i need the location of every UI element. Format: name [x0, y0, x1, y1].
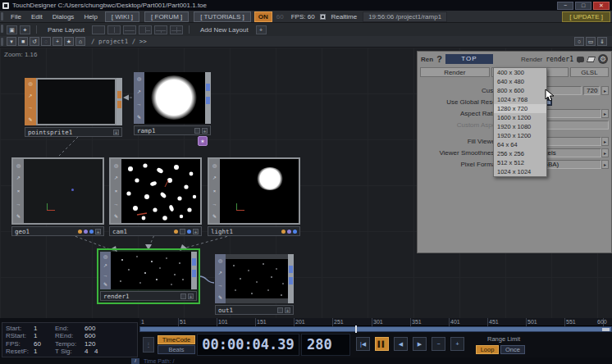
- once-button[interactable]: Once: [500, 345, 525, 354]
- node-viewer[interactable]: [24, 159, 103, 223]
- node-light1[interactable]: ◎ ↗ × → ✎ light1: [208, 157, 300, 236]
- tsig-denominator[interactable]: 4: [94, 348, 104, 355]
- viewer-flag-icon[interactable]: ◎: [114, 163, 118, 168]
- menu-item-512x512[interactable]: 512 x 512: [494, 158, 546, 167]
- pause-button[interactable]: ▌▌: [375, 337, 389, 351]
- pane-window-icon[interactable]: ▣: [7, 25, 17, 34]
- menu-item-1024x1024[interactable]: 1024 x 1024: [494, 167, 546, 176]
- fill-menu-button[interactable]: ▸: [601, 137, 609, 146]
- frame-display[interactable]: 280: [301, 334, 350, 356]
- frame-ruler[interactable]: 1 51 101 151 201 251 301 351 401 451 501…: [139, 318, 612, 326]
- sync-icon[interactable]: ○: [41, 37, 51, 46]
- menu-item-256x256[interactable]: 256 x 256: [494, 149, 546, 158]
- start-value[interactable]: 1: [34, 325, 55, 332]
- render-dot[interactable]: [174, 230, 178, 234]
- step-forward-button[interactable]: +: [450, 337, 464, 351]
- expand-parameters-button[interactable]: +: [285, 307, 290, 313]
- end-value[interactable]: 600: [84, 325, 103, 332]
- pick-flag-icon[interactable]: ✎: [218, 295, 222, 300]
- output-connector[interactable]: [206, 84, 210, 91]
- op-family-button[interactable]: TOP: [445, 54, 493, 64]
- viewer-flag-icon[interactable]: ◎: [212, 163, 217, 168]
- expand-parameters-button[interactable]: +: [202, 128, 208, 134]
- display-flag-icon[interactable]: →: [103, 273, 108, 278]
- pick-dot[interactable]: [187, 230, 191, 234]
- display-flag-icon[interactable]: →: [114, 202, 119, 207]
- menu-file[interactable]: File: [7, 13, 25, 20]
- viewer-flag-icon[interactable]: ◎: [218, 258, 222, 263]
- node-viewer[interactable]: [144, 72, 205, 124]
- menu-item-400x300[interactable]: 400 x 300: [494, 68, 546, 77]
- format-menu-button[interactable]: ▸: [601, 160, 609, 169]
- layout-preset-hsplit[interactable]: [123, 25, 136, 34]
- render-flag-icon[interactable]: ↗: [103, 263, 107, 268]
- pane-pointer-icon[interactable]: ✦: [20, 25, 30, 34]
- node-flag-column[interactable]: ◎ ↗ → ✎: [134, 72, 144, 124]
- maximize-button[interactable]: □: [575, 2, 591, 10]
- node-name-bar[interactable]: cam1 +: [109, 226, 202, 236]
- pane-maximize-icon[interactable]: ▭: [586, 37, 596, 46]
- add-icon[interactable]: +: [53, 37, 62, 46]
- menu-dialogs[interactable]: Dialogs: [48, 13, 79, 20]
- viewer-flag-icon[interactable]: ◎: [28, 81, 32, 86]
- jump-to-start-button[interactable]: |◀: [356, 337, 370, 351]
- display-flag-icon[interactable]: →: [16, 202, 21, 207]
- pathbar-grip[interactable]: [1, 38, 3, 46]
- gear-icon[interactable]: ⚙: [598, 54, 608, 64]
- render-flag-icon[interactable]: ↗: [137, 89, 141, 94]
- favorite-icon[interactable]: ★: [64, 37, 74, 46]
- render-dot[interactable]: [281, 230, 285, 234]
- layout-preset-vsplit[interactable]: [107, 25, 121, 34]
- display-flag-icon[interactable]: →: [137, 102, 142, 107]
- resetf-value[interactable]: 1: [34, 348, 55, 355]
- pane-circle-icon[interactable]: ○: [574, 37, 584, 46]
- expand-parameters-button[interactable]: +: [193, 229, 199, 234]
- tsig-numerator[interactable]: 4: [84, 348, 94, 355]
- render-flag-icon[interactable]: ↗: [28, 93, 32, 98]
- node-flag-column[interactable]: ◎ ↗ → ✎: [25, 78, 36, 125]
- bypass-flag-icon[interactable]: ×: [115, 189, 118, 193]
- time-path-root-button[interactable]: /: [131, 358, 139, 364]
- render-flag-icon[interactable]: ↗: [218, 271, 222, 275]
- collapse-icon[interactable]: ▾: [7, 37, 16, 46]
- tab-glsl[interactable]: GLSL: [570, 67, 609, 77]
- node-viewer[interactable]: [226, 254, 288, 303]
- rstart-value[interactable]: 1: [34, 332, 55, 339]
- flag-button[interactable]: [180, 229, 185, 234]
- pick-flag-icon[interactable]: ✎: [103, 282, 107, 287]
- refresh-icon[interactable]: ↺: [30, 37, 39, 46]
- node-pointsprite1[interactable]: ◎ ↗ → ✎ pointsprite1 +: [25, 78, 122, 137]
- menu-item-64x64[interactable]: 64 x 64: [494, 140, 546, 149]
- custom-res-height-field[interactable]: 720: [583, 86, 600, 95]
- op-name-field[interactable]: render1: [546, 56, 573, 63]
- node-name-bar[interactable]: geo1 +: [11, 226, 104, 236]
- tab-render[interactable]: Render: [420, 67, 490, 77]
- pick-dot[interactable]: [89, 230, 94, 234]
- playhead[interactable]: [355, 325, 357, 333]
- home-icon[interactable]: ⌂: [75, 37, 85, 46]
- expand-parameters-button[interactable]: +: [113, 130, 119, 135]
- rend-value[interactable]: 600: [84, 332, 103, 339]
- bypass-flag-icon[interactable]: ×: [213, 189, 217, 193]
- beats-mode-button[interactable]: Beats: [158, 345, 195, 354]
- display-dot[interactable]: [84, 230, 88, 234]
- range-end-handle[interactable]: [602, 328, 610, 331]
- node-name-bar[interactable]: pointsprite1 +: [25, 127, 122, 137]
- expand-parameters-button[interactable]: +: [188, 293, 194, 299]
- add-layout-button[interactable]: +: [256, 25, 267, 34]
- output-connector[interactable]: [117, 101, 121, 108]
- pick-flag-icon[interactable]: ✎: [28, 117, 32, 122]
- comment-icon[interactable]: [577, 57, 584, 62]
- flag-button[interactable]: [194, 128, 200, 134]
- timeline-options-button[interactable]: ⋮: [143, 337, 154, 353]
- output-connector[interactable]: [206, 97, 210, 104]
- tempo-value[interactable]: 120: [84, 340, 103, 348]
- output-connector[interactable]: [192, 270, 196, 277]
- node-ramp1[interactable]: ◎ ↗ → ✎ ramp1 + ✶: [134, 72, 211, 135]
- display-dot[interactable]: [287, 230, 291, 234]
- power-on-toggle[interactable]: ON: [254, 11, 272, 22]
- menu-help[interactable]: Help: [80, 13, 101, 20]
- eraser-icon[interactable]: [587, 57, 596, 62]
- node-flag-column[interactable]: ◎ ↗ → ✎: [100, 252, 111, 289]
- range-bar[interactable]: [139, 326, 612, 332]
